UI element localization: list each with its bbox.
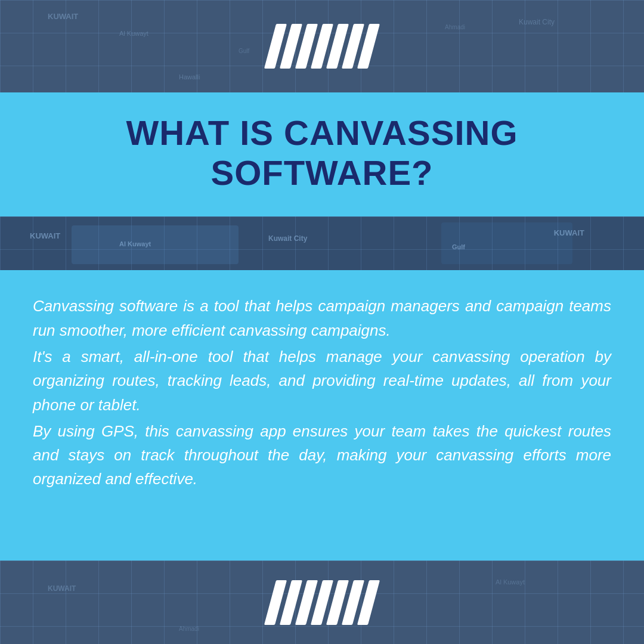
paragraph-2: It's a smart, all-in-one tool that helps…: [33, 345, 611, 417]
mid-map-label-4: Gulf: [452, 243, 465, 250]
bottom-map-section: KUWAIT Al Kuwayt Ahmadi: [0, 561, 644, 644]
slashes-bottom: [270, 580, 374, 625]
mid-map-label-2: Al Kuwayt: [119, 240, 151, 247]
mid-map-section: KUWAIT Al Kuwayt KUWAIT Gulf Kuwait City: [0, 216, 644, 270]
main-title: WHAT IS CANVASSING SOFTWARE?: [36, 113, 608, 193]
paragraph-3: By using GPS, this canvassing app ensure…: [33, 419, 611, 491]
title-line1: WHAT IS CANVASSING: [126, 113, 518, 152]
content-text: Canvassing software is a tool that helps…: [33, 294, 611, 491]
mid-map-label-3: KUWAIT: [554, 228, 584, 237]
mid-map-label-5: Kuwait City: [268, 234, 307, 243]
page-wrapper: KUWAIT Al Kuwayt Kuwait City Gulf Hawall…: [0, 0, 644, 644]
slashes-top: [270, 24, 374, 69]
paragraph-1: Canvassing software is a tool that helps…: [33, 294, 611, 342]
top-map-section: KUWAIT Al Kuwayt Kuwait City Gulf Hawall…: [0, 0, 644, 92]
title-line2: SOFTWARE?: [210, 153, 433, 192]
mid-map-label-1: KUWAIT: [30, 231, 60, 240]
blue-header: WHAT IS CANVASSING SOFTWARE?: [0, 92, 644, 216]
content-section: Canvassing software is a tool that helps…: [0, 270, 644, 561]
